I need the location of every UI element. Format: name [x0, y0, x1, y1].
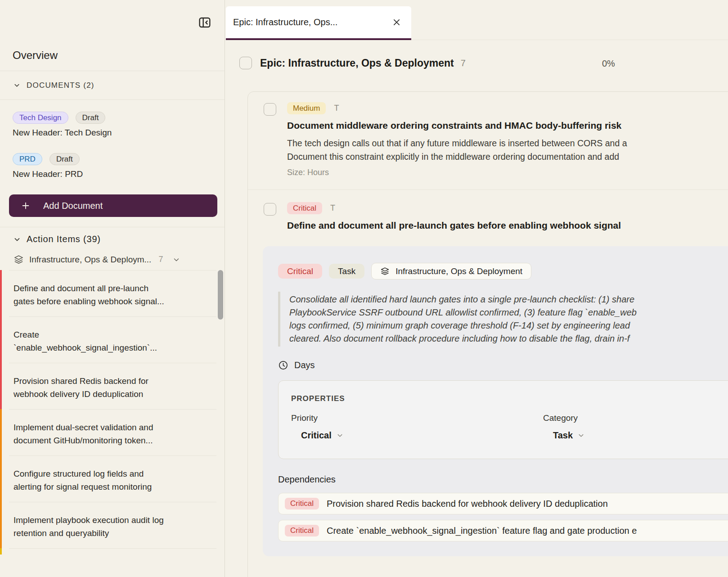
epic-chip[interactable]: Infrastructure, Ops & Deployment — [371, 263, 531, 279]
group-label: Infrastructure, Ops & Deploym... — [29, 255, 151, 265]
sidebar-divider — [0, 217, 225, 227]
epic-title: Epic: Infrastructure, Ops & Deployment — [260, 57, 454, 69]
layers-icon — [13, 254, 24, 265]
dependency-priority-badge: Critical — [285, 525, 319, 536]
dependencies-label: Dependencies — [278, 474, 728, 485]
epic-checkbox[interactable] — [239, 57, 252, 69]
document-title: New Header: PRD — [13, 169, 212, 179]
quote-line: Consolidate all identified hard launch g… — [289, 293, 728, 306]
task-card[interactable]: Medium T Document middleware ordering co… — [248, 92, 728, 189]
task-checkbox[interactable] — [264, 203, 276, 216]
action-item[interactable]: Create `enable_webhook_signal_ingestion`… — [0, 316, 225, 363]
category-dropdown[interactable]: Task — [553, 430, 584, 441]
task-type-indicator: T — [330, 203, 335, 213]
chevron-down-icon — [13, 236, 20, 243]
plus-icon — [21, 201, 31, 211]
action-item-text: Create — [13, 328, 207, 341]
action-item-text: Implement dual-secret validation and — [13, 421, 207, 434]
category-label: Category — [543, 413, 728, 423]
action-item-text: document GitHub/monitoring token... — [13, 434, 207, 447]
collapse-sidebar-button[interactable] — [198, 15, 212, 30]
task-description-line: The tech design calls out that if any fu… — [287, 136, 728, 150]
add-document-label: Add Document — [43, 201, 103, 211]
doc-type-badge: Tech Design — [13, 112, 68, 124]
effort-label: Days — [294, 360, 315, 370]
group-count: 7 — [158, 255, 163, 264]
quote-line: cleared. Also document rollback procedur… — [289, 332, 728, 345]
properties-header: PROPERTIES — [291, 394, 728, 403]
task-type-indicator: T — [334, 104, 339, 113]
document-item-tech-design[interactable]: Tech Design Draft New Header: Tech Desig… — [13, 112, 212, 138]
action-item-text: Configure structured log fields and — [13, 467, 207, 480]
doc-status-badge: Draft — [76, 112, 106, 124]
chevron-down-icon — [13, 82, 20, 89]
tab-strip: Epic: Infrastructure, Ops... — [225, 0, 728, 40]
task-detail-description: Consolidate all identified hard launch g… — [278, 292, 728, 347]
epic-chip-label: Infrastructure, Ops & Deployment — [395, 266, 522, 276]
documents-section-header[interactable]: DOCUMENTS (2) — [0, 71, 225, 100]
action-item-text: gates before enabling webhook signal... — [13, 295, 207, 308]
task-detail-panel: Critical Task Infrastructure, Ops & Depl… — [263, 246, 728, 556]
task-checkbox[interactable] — [264, 103, 276, 116]
sidebar-topbar — [0, 0, 225, 40]
action-item[interactable]: Provision shared Redis backend for webho… — [0, 363, 225, 409]
action-items-section-header[interactable]: Action Items (39) — [0, 227, 225, 251]
clock-icon — [278, 360, 288, 370]
task-card-expanded[interactable]: Critical T Define and document all pre-l… — [248, 189, 728, 556]
priority-badge: Critical — [278, 264, 322, 279]
action-item-text: alerting for signal request monitoring — [13, 480, 207, 493]
action-item[interactable]: Configure structured log fields and aler… — [0, 455, 225, 502]
category-badge: Task — [329, 264, 364, 279]
category-value: Task — [553, 430, 573, 441]
add-document-button[interactable]: Add Document — [9, 194, 217, 217]
action-item[interactable]: Define and document all pre-launch gates… — [0, 270, 225, 316]
action-item[interactable]: Implement playbook execution audit log r… — [0, 502, 225, 548]
sidebar-scrollbar-thumb[interactable] — [218, 270, 223, 320]
collapse-sidebar-icon — [198, 15, 212, 30]
doc-status-badge: Draft — [49, 153, 80, 165]
action-items-group-infrastructure[interactable]: Infrastructure, Ops & Deploym... 7 — [0, 251, 225, 270]
action-item-text: retention and queryability — [13, 527, 207, 540]
task-description-line: Document this constraint explicitly in t… — [287, 150, 728, 163]
quote-line: logs confirmed, (5) minimum graph covera… — [289, 319, 728, 332]
task-title: Define and document all pre-launch gates… — [287, 220, 728, 231]
priority-badge: Critical — [287, 202, 322, 214]
dependency-text: Create `enable_webhook_signal_ingestion`… — [327, 526, 637, 536]
document-title: New Header: Tech Design — [13, 128, 212, 138]
action-item-text: Implement playbook execution audit log — [13, 514, 207, 527]
chevron-down-icon — [337, 432, 343, 439]
action-item-text: webhook delivery ID deduplication — [13, 388, 207, 401]
epic-header: Epic: Infrastructure, Ops & Deployment 7… — [239, 57, 728, 69]
properties-panel: PROPERTIES Priority Critical — [278, 380, 728, 459]
layers-icon — [380, 266, 390, 276]
action-item[interactable] — [0, 548, 225, 554]
priority-value: Critical — [301, 430, 332, 441]
epic-task-count: 7 — [461, 58, 466, 68]
action-item-text: Provision shared Redis backend for — [13, 374, 207, 388]
dependency-item[interactable]: Critical Create `enable_webhook_signal_i… — [278, 520, 728, 541]
dependency-priority-badge: Critical — [285, 498, 319, 509]
task-list: Medium T Document middleware ordering co… — [247, 91, 728, 577]
task-title: Document middleware ordering constraints… — [287, 120, 728, 131]
close-icon[interactable] — [392, 18, 401, 27]
chevron-down-icon — [578, 432, 584, 439]
dependency-text: Provision shared Redis backend for webho… — [327, 499, 608, 509]
action-item[interactable]: Implement dual-secret validation and doc… — [0, 409, 225, 455]
sidebar-item-overview[interactable]: Overview — [0, 40, 225, 71]
documents-list: Tech Design Draft New Header: Tech Desig… — [0, 100, 225, 179]
priority-label: Priority — [291, 413, 543, 423]
priority-dropdown[interactable]: Critical — [301, 430, 343, 441]
doc-type-badge: PRD — [13, 153, 42, 165]
main-content: Epic: Infrastructure, Ops... Epic: Infra… — [225, 0, 728, 577]
action-item-text: Define and document all pre-launch — [13, 282, 207, 295]
dependency-item[interactable]: Critical Provision shared Redis backend … — [278, 493, 728, 514]
quote-line: PlaybookService SSRF outbound URL allowl… — [289, 306, 728, 319]
action-item-text: `enable_webhook_signal_ingestion`... — [13, 341, 207, 354]
chevron-down-icon — [173, 256, 180, 263]
effort-row: Days — [278, 360, 728, 370]
tab-label: Epic: Infrastructure, Ops... — [233, 17, 392, 27]
action-items-list: Define and document all pre-launch gates… — [0, 270, 225, 554]
document-item-prd[interactable]: PRD Draft New Header: PRD — [13, 153, 212, 179]
overview-label: Overview — [13, 49, 58, 62]
tab-epic-infrastructure[interactable]: Epic: Infrastructure, Ops... — [226, 6, 411, 40]
